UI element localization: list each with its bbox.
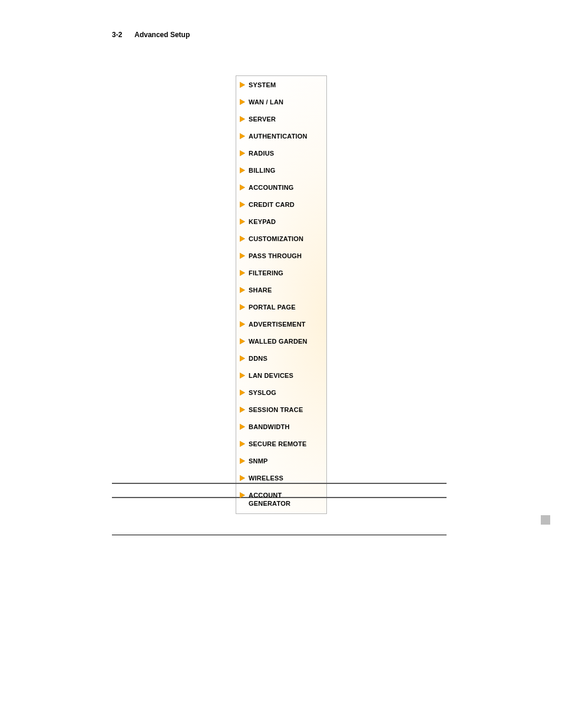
triangle-right-icon: [240, 424, 245, 430]
menu-item[interactable]: FILTERING: [239, 268, 324, 278]
menu-item-label: BILLING: [249, 166, 275, 174]
triangle-right-icon: [240, 253, 245, 259]
triangle-right-icon: [240, 304, 245, 310]
menu-item-label: BANDWIDTH: [249, 423, 290, 431]
menu-item-label: RADIUS: [249, 149, 274, 157]
triangle-right-icon: [240, 287, 245, 293]
menu-item-label: PASS THROUGH: [249, 252, 302, 260]
advanced-setup-menu: SYSTEMWAN / LANSERVERAUTHENTICATIONRADIU…: [236, 75, 327, 514]
menu-item-label: ACCOUNT GENERATOR: [249, 491, 323, 508]
menu-item[interactable]: AUTHENTICATION: [239, 131, 324, 141]
triangle-right-icon: [240, 390, 245, 396]
menu-item-label: WALLED GARDEN: [249, 337, 308, 345]
menu-item[interactable]: WALLED GARDEN: [239, 336, 324, 347]
menu-item-label: SYSLOG: [249, 388, 276, 397]
page-number: 3-2: [112, 31, 122, 39]
menu-item[interactable]: SECURE REMOTE: [239, 439, 324, 449]
page-header: 3-2 Advanced Setup: [112, 31, 190, 39]
menu-item-label: PORTAL PAGE: [249, 303, 296, 311]
menu-item[interactable]: ACCOUNTING: [239, 182, 324, 193]
menu-item-label: SYSTEM: [249, 81, 276, 89]
document-page: 3-2 Advanced Setup SYSTEMWAN / LANSERVER…: [0, 0, 562, 728]
menu-item[interactable]: WIRELESS: [239, 473, 324, 483]
menu-item[interactable]: PASS THROUGH: [239, 251, 324, 261]
menu-item-label: LAN DEVICES: [249, 371, 293, 380]
menu-item[interactable]: SYSTEM: [239, 80, 324, 90]
triangle-right-icon: [240, 219, 245, 225]
section-tab-marker: [541, 515, 550, 525]
triangle-right-icon: [240, 355, 245, 361]
menu-item[interactable]: RADIUS: [239, 148, 324, 159]
triangle-right-icon: [240, 82, 245, 88]
triangle-right-icon: [240, 202, 245, 207]
triangle-right-icon: [240, 270, 245, 276]
menu-item[interactable]: LAN DEVICES: [239, 370, 324, 381]
triangle-right-icon: [240, 407, 245, 413]
triangle-right-icon: [240, 167, 245, 173]
triangle-right-icon: [240, 338, 245, 344]
menu-item[interactable]: SESSION TRACE: [239, 404, 324, 415]
menu-item-label: CREDIT CARD: [249, 200, 295, 209]
menu-item-label: SHARE: [249, 286, 272, 294]
triangle-right-icon: [240, 373, 245, 378]
menu-item[interactable]: BILLING: [239, 165, 324, 176]
menu-item[interactable]: CUSTOMIZATION: [239, 233, 324, 244]
menu-item[interactable]: SHARE: [239, 285, 324, 295]
menu-item[interactable]: WAN / LAN: [239, 97, 324, 107]
menu-item[interactable]: SERVER: [239, 114, 324, 124]
menu-item-label: ADVERTISEMENT: [249, 320, 306, 328]
triangle-right-icon: [240, 99, 245, 105]
triangle-right-icon: [240, 185, 245, 190]
divider: [112, 535, 447, 535]
menu-item[interactable]: ADVERTISEMENT: [239, 319, 324, 330]
menu-item[interactable]: CREDIT CARD: [239, 199, 324, 210]
triangle-right-icon: [240, 475, 245, 481]
page-title: Advanced Setup: [134, 31, 190, 39]
triangle-right-icon: [240, 150, 245, 156]
menu-item[interactable]: SYSLOG: [239, 387, 324, 398]
menu-item-label: SECURE REMOTE: [249, 440, 307, 448]
triangle-right-icon: [240, 236, 245, 242]
triangle-right-icon: [240, 441, 245, 447]
triangle-right-icon: [240, 116, 245, 122]
triangle-right-icon: [240, 492, 245, 498]
menu-item-label: CUSTOMIZATION: [249, 235, 303, 243]
menu-item[interactable]: BANDWIDTH: [239, 421, 324, 432]
menu-item[interactable]: DDNS: [239, 353, 324, 364]
menu-item-label: SNMP: [249, 457, 268, 465]
triangle-right-icon: [240, 133, 245, 139]
triangle-right-icon: [240, 458, 245, 464]
menu-item-label: AUTHENTICATION: [249, 132, 308, 140]
menu-item-label: WIRELESS: [249, 474, 283, 482]
menu-item-label: WAN / LAN: [249, 98, 283, 106]
menu-item-label: SESSION TRACE: [249, 406, 303, 414]
menu-item[interactable]: SNMP: [239, 456, 324, 466]
menu-item-label: FILTERING: [249, 269, 283, 277]
menu-item-label: DDNS: [249, 354, 267, 363]
menu-item-label: ACCOUNTING: [249, 183, 294, 192]
menu-item-label: SERVER: [249, 115, 276, 123]
menu-item[interactable]: ACCOUNT GENERATOR: [239, 490, 324, 509]
menu-item[interactable]: PORTAL PAGE: [239, 302, 324, 312]
triangle-right-icon: [240, 321, 245, 327]
menu-item[interactable]: KEYPAD: [239, 216, 324, 227]
menu-item-label: KEYPAD: [249, 218, 276, 226]
